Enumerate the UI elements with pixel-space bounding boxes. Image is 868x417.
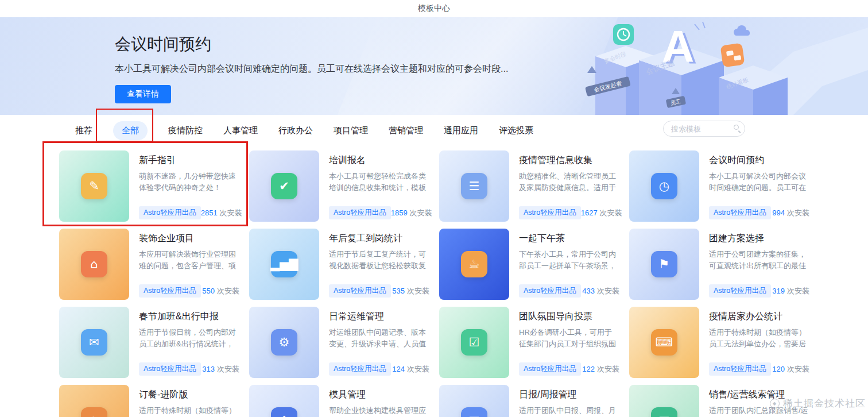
install-count: 120次安装 [772,364,809,374]
card-description: 本应用可解决装饰行业管理困难的问题，包含客户管理、项目管理... [139,249,243,271]
tab-8[interactable]: 评选投票 [499,121,533,140]
publisher-badge[interactable]: Astro轻应用出品 [709,284,771,298]
template-card[interactable]: ⌂ 装饰企业项目 本应用可解决装饰行业管理困难的问题，包含客户管理、项目管理..… [59,229,243,300]
template-card[interactable]: ✉ 春节加班&出行申报 适用于节假日前，公司内部对员工的加班&出行情况统计，尤其… [59,307,243,378]
card-title: 培训报名 [329,155,433,167]
install-count: 1859次安装 [391,208,432,218]
card-title: 疫情管理信息收集 [519,155,623,167]
tab-3[interactable]: 人事管理 [223,121,258,140]
card-description: 助您精准化、清晰化管理员工及家属防疫健康信息。适用于员工及... [519,171,623,193]
card-illustration-icon: ⌨ [651,329,677,356]
template-card[interactable]: ⚙ 日常运维管理 对运维团队中问题记录、版本变更、升级诉求申请、人员值班管...… [249,307,433,378]
card-illustration: ◷ [629,150,699,222]
publisher-badge[interactable]: Astro轻应用出品 [329,362,391,376]
view-details-button[interactable]: 查看详情 [115,85,171,103]
card-illustration: ✉ [59,307,129,378]
install-count: 122次安装 [582,364,619,374]
hero-banner: 会议时间预约 本小工具可解决公司内部会议时间难确定的问题。员工可在线选择会议主题… [0,17,868,115]
template-card[interactable]: ☰ 疫情管理信息收集 助您精准化、清晰化管理员工及家属防疫健康信息。适用于员工及… [439,150,623,222]
search-icon[interactable] [734,125,739,130]
template-card[interactable]: ▦ 日报/周报管理 适用于团队中日报、周报、月报管 Astro轻应用出品 [439,385,623,417]
card-illustration-icon: ⚙ [271,329,297,356]
publisher-badge[interactable]: Astro轻应用出品 [519,206,581,219]
install-count: 2851次安装 [201,208,242,218]
card-illustration: ▂▅▇ [249,229,319,300]
card-title: 新手指引 [139,155,243,167]
card-description: 适用于团队中日报、周报、月报管 [519,405,623,417]
hero-description: 本小工具可解决公司内部会议时间难确定的问题。员工可在线选择会议主题和对应的可参会… [115,63,508,75]
card-illustration-icon: ❖ [271,407,297,417]
card-title: 团队氛围导向投票 [519,311,623,323]
card-illustration-icon: ☰ [461,173,487,199]
template-card[interactable]: ✎ 新手指引 萌新不迷路，几分钟带您快速体验零代码的神奇之处！ Astro轻应用… [59,150,243,222]
card-illustration-icon: ◷ [651,173,677,199]
card-description: 萌新不迷路，几分钟带您快速体验零代码的神奇之处！ [139,171,243,193]
cloud-icon [734,25,750,36]
card-title: 模具管理 [329,389,433,401]
card-title: 日报/周报管理 [519,389,623,401]
card-illustration: ⚙ [249,307,319,378]
publisher-badge[interactable]: Astro轻应用出品 [519,284,581,298]
tab-6[interactable]: 营销管理 [389,121,423,140]
hero-title: 会议时间预约 [115,33,508,55]
card-description: 适用于特殊时期（如疫情等）员工 [139,405,243,417]
card-illustration: ✎ [59,150,129,222]
search-input[interactable] [663,121,745,137]
tab-0[interactable]: 推荐 [75,121,92,140]
card-illustration: ☕ [439,229,509,300]
publisher-badge[interactable]: Astro轻应用出品 [139,206,201,219]
template-card-grid: ✎ 新手指引 萌新不迷路，几分钟带您快速体验零代码的神奇之处！ Astro轻应用… [59,150,813,417]
card-title: 订餐-进阶版 [139,389,243,401]
tab-7[interactable]: 通用应用 [444,121,478,140]
card-illustration: ⌨ [629,307,699,378]
card-description: 下午茶小工具，常用于公司内部员工一起拼单下午茶场景，可用于... [519,249,623,271]
hero-illustration: 参会时段 A A 会议主题 统计看板 [547,17,868,115]
juejin-logo-icon: ◆ [770,399,780,408]
card-description: 帮助企业快速构建模具管理应用， [329,405,433,417]
card-illustration: ☰ [439,150,509,222]
card-title: 日常运维管理 [329,311,433,323]
tab-5[interactable]: 项目管理 [334,121,368,140]
card-illustration-icon: ✉ [81,329,107,356]
card-illustration: ♨ [59,385,129,417]
clock-tile-icon [613,24,634,45]
card-description: HR必备调研小工具，可用于征集部门内员工对于组织氛围的感知... [519,327,623,349]
publisher-badge[interactable]: Astro轻应用出品 [709,206,771,219]
template-card[interactable]: ⌨ 疫情居家办公统计 适用于特殊时期（如疫情等）员工无法到单位办公，需要居家办公… [629,307,813,378]
template-card[interactable]: ♨ 订餐-进阶版 适用于特殊时期（如疫情等）员工 Astro轻应用出品 [59,385,243,417]
card-illustration-icon: ♨ [81,407,107,417]
template-card[interactable]: ☕ 一起下午茶 下午茶小工具，常用于公司内部员工一起拼单下午茶场景，可用于...… [439,229,623,300]
install-count: 433次安装 [582,286,619,296]
template-card[interactable]: ▂▅▇ 年后复工到岗统计 适用于节后复工复产统计，可视化数据看板让您轻松获取复工… [249,229,433,300]
chart-tile-icon [720,43,745,68]
template-card[interactable]: ❖ 模具管理 帮助企业快速构建模具管理应用， Astro轻应用出品 [249,385,433,417]
install-count: 313次安装 [202,364,239,374]
publisher-badge[interactable]: Astro轻应用出品 [519,362,581,376]
install-count: 994次安装 [772,208,809,218]
search-box [663,121,745,137]
watermark-text: 稀土掘金技术社区 [783,397,866,410]
card-illustration-icon: ▤ [651,407,677,417]
publisher-badge[interactable]: Astro轻应用出品 [329,206,391,219]
template-card[interactable]: ✔ 培训报名 本小工具可帮您轻松完成各类培训的信息收集和统计，模板包含员... … [249,150,433,222]
card-description: 适用于公司团建方案的征集，可直观统计出所有职工的最佳团建时... [709,249,813,271]
install-count: 1627次安装 [581,208,622,218]
publisher-badge[interactable]: Astro轻应用出品 [139,284,201,298]
template-card[interactable]: ◷ 会议时间预约 本小工具可解决公司内部会议时间难确定的问题。员工可在线选择..… [629,150,813,222]
card-illustration-icon: ☑ [461,329,487,356]
install-count: 124次安装 [392,364,429,374]
tab-1[interactable]: 全部 [113,121,148,140]
publisher-badge[interactable]: Astro轻应用出品 [329,284,391,298]
card-title: 春节加班&出行申报 [139,311,243,323]
publisher-badge[interactable]: Astro轻应用出品 [709,362,771,376]
card-description: 本小工具可解决公司内部会议时间难确定的问题。员工可在线选择... [709,171,813,193]
card-illustration: ❖ [249,385,319,417]
card-title: 装饰企业项目 [139,233,243,245]
template-card[interactable]: ☑ 团队氛围导向投票 HR必备调研小工具，可用于征集部门内员工对于组织氛围的感知… [439,307,623,378]
tab-4[interactable]: 行政办公 [278,121,313,140]
publisher-badge[interactable]: Astro轻应用出品 [139,362,201,376]
card-illustration: ▦ [439,385,509,417]
tab-2[interactable]: 疫情防控 [168,121,203,140]
template-card[interactable]: ⚑ 团建方案选择 适用于公司团建方案的征集，可直观统计出所有职工的最佳团建时..… [629,229,813,300]
card-title: 年后复工到岗统计 [329,233,433,245]
